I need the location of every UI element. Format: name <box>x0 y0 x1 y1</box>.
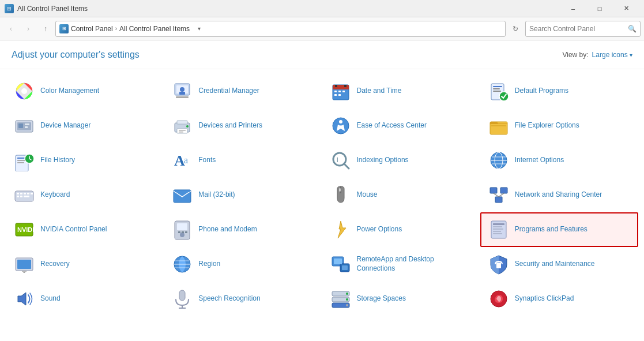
view-mode-link[interactable]: Large icons ▾ <box>592 51 632 59</box>
search-input[interactable] <box>529 25 626 33</box>
item-synaptics[interactable]: Synaptics ClickPad <box>480 282 638 312</box>
svg-text:i: i <box>337 156 338 164</box>
svg-rect-83 <box>493 233 502 234</box>
svg-rect-94 <box>334 258 342 264</box>
svg-rect-32 <box>179 132 183 133</box>
forward-button[interactable]: › <box>21 21 36 36</box>
svg-rect-75 <box>178 231 180 233</box>
item-file-explorer[interactable]: File Explorer Options <box>480 108 638 143</box>
address-field[interactable]: ⊞ Control Panel › All Control Panel Item… <box>55 21 506 37</box>
svg-line-68 <box>494 193 499 197</box>
svg-rect-73 <box>177 223 187 230</box>
item-device-manager[interactable]: Device Manager <box>6 108 164 143</box>
item-sound[interactable]: Sound <box>6 282 164 312</box>
svg-rect-65 <box>490 188 497 193</box>
item-power-options[interactable]: Power Options <box>322 212 480 247</box>
label-date-time: Date and Time <box>357 87 402 96</box>
icon-power-options <box>329 218 352 241</box>
label-security-maintenance: Security and Maintenance <box>515 260 595 269</box>
item-phone-modem[interactable]: Phone and Modem <box>164 212 322 247</box>
item-recovery[interactable]: Recovery <box>6 247 164 282</box>
item-fonts[interactable]: A a Fonts <box>164 143 322 178</box>
item-network-sharing[interactable]: Network and Sharing Center <box>480 178 638 212</box>
svg-rect-12 <box>334 91 337 92</box>
address-icon: ⊞ <box>59 24 69 33</box>
svg-point-103 <box>346 293 348 295</box>
label-device-manager: Device Manager <box>40 121 91 130</box>
icon-phone-modem <box>171 218 194 241</box>
icon-nvidia: NVIDIA <box>13 218 36 241</box>
icon-recovery <box>13 253 36 276</box>
svg-rect-80 <box>493 226 502 227</box>
item-region[interactable]: Region <box>164 247 322 282</box>
svg-point-105 <box>346 304 348 306</box>
svg-rect-67 <box>495 197 502 203</box>
item-devices-printers[interactable]: Devices and Printers <box>164 108 322 143</box>
icon-date-time <box>329 80 352 103</box>
label-region: Region <box>198 260 220 269</box>
svg-rect-36 <box>491 125 506 126</box>
svg-rect-20 <box>493 91 501 92</box>
svg-point-34 <box>339 120 342 123</box>
svg-rect-14 <box>342 91 345 92</box>
item-ease-of-access[interactable]: Ease of Access Center <box>322 108 480 143</box>
svg-rect-31 <box>179 130 186 131</box>
item-nvidia[interactable]: NVIDIA NVIDIA Control Panel <box>6 212 164 247</box>
svg-rect-11 <box>333 87 349 89</box>
item-remoteapp[interactable]: RemoteApp and Desktop Connections <box>322 247 480 282</box>
label-fonts: Fonts <box>198 156 216 165</box>
label-nvidia: NVIDIA Control Panel <box>40 225 107 234</box>
icon-storage-spaces <box>329 287 352 310</box>
view-mode-text: Large icons <box>592 51 628 59</box>
window-title: All Control Panel Items <box>17 5 88 13</box>
item-mail[interactable]: Mail (32-bit) <box>164 178 322 212</box>
svg-text:a: a <box>184 155 188 165</box>
label-file-explorer: File Explorer Options <box>515 121 579 130</box>
item-speech[interactable]: Speech Recognition <box>164 282 322 312</box>
icon-ease-of-access <box>329 114 352 137</box>
svg-rect-55 <box>24 193 26 194</box>
svg-rect-25 <box>25 123 29 125</box>
title-bar: ⊞ All Control Panel Items – □ ✕ <box>0 0 644 17</box>
icon-security-maintenance <box>487 253 510 276</box>
item-storage-spaces[interactable]: Storage Spaces <box>322 282 480 312</box>
close-button[interactable]: ✕ <box>613 0 639 17</box>
item-security-maintenance[interactable]: Security and Maintenance <box>480 247 638 282</box>
svg-rect-18 <box>493 86 502 87</box>
maximize-button[interactable]: □ <box>586 0 613 17</box>
window-icon: ⊞ <box>5 4 14 13</box>
item-credential-manager[interactable]: Credential Manager <box>164 74 322 108</box>
item-internet-options[interactable]: Internet Options <box>480 143 638 178</box>
svg-rect-87 <box>22 271 27 272</box>
label-devices-printers: Devices and Printers <box>198 121 262 130</box>
item-date-time[interactable]: Date and Time <box>322 74 480 108</box>
svg-rect-77 <box>185 231 187 233</box>
address-dropdown-button[interactable]: ▾ <box>193 21 205 37</box>
item-default-programs[interactable]: Default Programs <box>480 74 638 108</box>
refresh-button[interactable]: ↻ <box>508 21 523 36</box>
svg-line-69 <box>499 193 504 197</box>
label-remoteapp: RemoteApp and Desktop Connections <box>357 255 473 273</box>
svg-rect-81 <box>493 228 503 230</box>
up-button[interactable]: ↑ <box>38 21 53 36</box>
svg-line-45 <box>344 164 349 168</box>
item-file-history[interactable]: File History <box>6 143 164 178</box>
item-keyboard[interactable]: Keyboard <box>6 178 164 212</box>
label-sound: Sound <box>40 294 61 303</box>
search-box[interactable]: 🔍 <box>525 21 641 37</box>
minimize-button[interactable]: – <box>560 0 586 17</box>
svg-rect-59 <box>24 196 29 197</box>
label-phone-modem: Phone and Modem <box>198 225 257 234</box>
item-indexing[interactable]: i Indexing Options <box>322 143 480 178</box>
label-storage-spaces: Storage Spaces <box>357 294 406 303</box>
svg-rect-56 <box>27 193 29 194</box>
title-bar-left: ⊞ All Control Panel Items <box>5 4 88 13</box>
back-button[interactable]: ‹ <box>3 21 18 36</box>
address-part2: All Control Panel Items <box>119 25 190 33</box>
item-color-management[interactable]: Color Management <box>6 74 164 108</box>
view-mode-arrow: ▾ <box>630 52 632 58</box>
address-part1: Control Panel <box>71 25 113 33</box>
item-mouse[interactable]: Mouse <box>322 178 480 212</box>
item-programs-features[interactable]: Programs and Features <box>480 212 638 247</box>
svg-rect-40 <box>17 162 24 163</box>
